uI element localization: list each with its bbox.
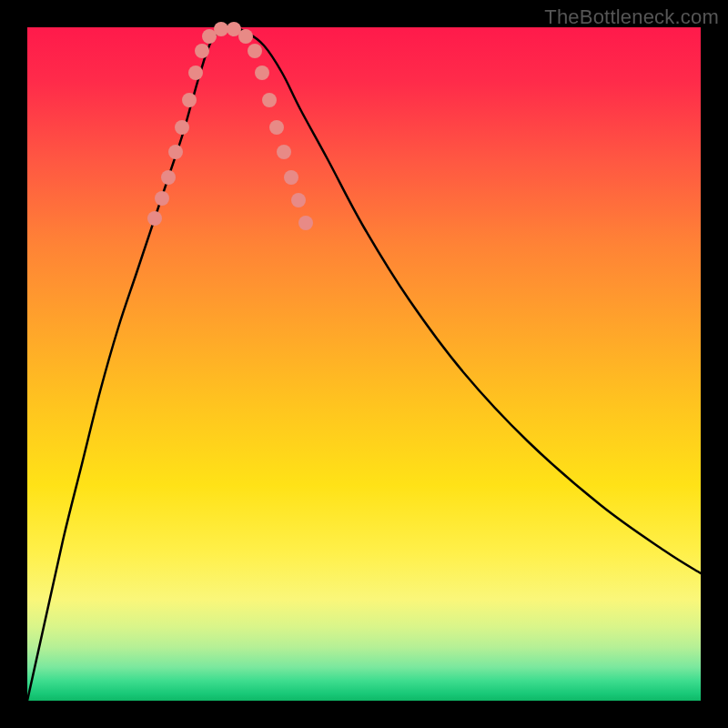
marker-dot xyxy=(147,211,162,226)
plot-area xyxy=(27,27,701,701)
chart-frame: TheBottleneck.com xyxy=(0,0,728,728)
marker-dot xyxy=(188,66,203,80)
marker-dot xyxy=(248,44,262,58)
marker-dot xyxy=(291,193,306,207)
watermark-text: TheBottleneck.com xyxy=(544,5,719,29)
curve-markers xyxy=(147,22,313,230)
bottleneck-curve xyxy=(27,27,701,701)
marker-dot xyxy=(277,145,291,159)
curve-svg xyxy=(27,27,701,701)
marker-dot xyxy=(262,93,277,107)
marker-dot xyxy=(269,120,284,135)
marker-dot xyxy=(182,93,197,107)
marker-dot xyxy=(214,22,228,36)
marker-dot xyxy=(298,216,313,230)
marker-dot xyxy=(284,170,298,185)
marker-dot xyxy=(238,29,253,44)
marker-dot xyxy=(175,120,189,135)
marker-dot xyxy=(195,44,209,58)
marker-dot xyxy=(161,170,176,185)
marker-dot xyxy=(255,66,269,80)
marker-dot xyxy=(168,145,183,159)
marker-dot xyxy=(155,191,169,206)
